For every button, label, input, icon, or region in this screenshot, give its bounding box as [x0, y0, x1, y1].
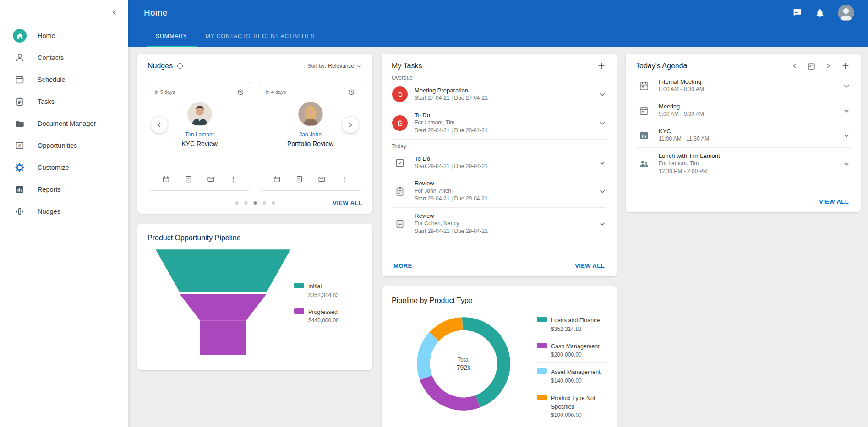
mail-icon[interactable] [318, 175, 326, 183]
chevron-down-icon [842, 107, 851, 115]
legend-value: $200,000.00 [551, 351, 600, 358]
expand-task-button[interactable] [598, 159, 606, 167]
bar-chart-icon [13, 183, 27, 196]
legend-value: $352,314.83 [308, 292, 339, 298]
task-row[interactable]: Review For Cohen, Nancy Start 29-04-21 |… [392, 208, 606, 240]
expand-agenda-button[interactable] [842, 82, 851, 90]
calendar-icon[interactable] [162, 175, 170, 183]
mail-icon[interactable] [207, 175, 215, 183]
agenda-row[interactable]: Internal Meeting 8:00 AM - 8:30 AM [636, 74, 851, 98]
sidebar-item-label: Document Manager [38, 120, 96, 127]
sidebar-item-label: Home [38, 32, 55, 39]
nudge-card[interactable]: In 5 days Tim Lamont KYC Review [148, 82, 251, 191]
agenda-title: Today's Agenda [636, 62, 791, 70]
more-options-icon[interactable] [340, 175, 348, 183]
chat-button[interactable] [792, 8, 802, 18]
agenda-item-title: Lunch with Tim Lamont [659, 152, 836, 160]
expand-agenda-button[interactable] [842, 107, 851, 115]
tab-bar: SUMMARY MY CONTACTS' RECENT ACTIVITIES [128, 25, 868, 47]
agenda-row[interactable]: Meeting 9:00 AM - 9:30 AM [636, 98, 851, 123]
contact-name-link[interactable]: Tim Lamont [185, 131, 214, 138]
carousel-prev-button[interactable] [151, 117, 168, 133]
expand-task-button[interactable] [598, 220, 606, 228]
expand-task-button[interactable] [598, 90, 606, 98]
people-icon [639, 158, 650, 169]
sidebar-item-contacts[interactable]: Contacts [0, 47, 128, 69]
carousel-dot[interactable] [262, 201, 266, 205]
pipeline-funnel-card: Product Opportunity Pipeline Initial [137, 224, 372, 370]
history-icon[interactable] [347, 88, 355, 96]
sidebar-item-label: Reports [38, 186, 61, 193]
user-avatar[interactable] [838, 5, 854, 21]
legend-name: Product Type Not Specified [551, 395, 595, 410]
donut-chart: Total 792k [411, 311, 516, 416]
task-row[interactable]: Review For John, Allen Start 29-04-21 | … [392, 175, 606, 208]
person-icon [13, 51, 27, 65]
history-icon[interactable] [236, 88, 245, 96]
expand-agenda-button[interactable] [842, 131, 851, 140]
sidebar-nav: Home Contacts Schedule Tasks [0, 25, 128, 222]
sidebar-collapse-button[interactable] [110, 8, 119, 17]
sidebar-item-reports[interactable]: Reports [0, 178, 128, 200]
donut-legend: Loans and Finance $352,314.83 Cash Manag… [537, 311, 606, 423]
legend-value: $352,314.83 [551, 326, 600, 332]
task-row[interactable]: To Do Start 29-04-21 | Due 29-04-21 [392, 151, 606, 175]
donut-card-title: Pipeline by Product Type [392, 297, 473, 304]
calendar-icon [13, 73, 27, 86]
sidebar-item-schedule[interactable]: Schedule [0, 69, 128, 91]
carousel-dot[interactable] [253, 201, 257, 205]
agenda-next-day-button[interactable] [824, 62, 832, 70]
sidebar-item-document-manager[interactable]: Document Manager [0, 113, 128, 135]
agenda-prev-day-button[interactable] [791, 62, 799, 70]
agenda-view-all-link[interactable]: VIEW ALL [819, 198, 849, 205]
contact-name-link[interactable]: Jan John [299, 131, 322, 138]
sidebar-item-nudges[interactable]: Nudges [0, 200, 128, 222]
main-area: Home SUMMARY MY CONTACTS' RECENT ACTIVIT… [128, 0, 868, 427]
tab-summary[interactable]: SUMMARY [147, 25, 197, 47]
legend-entry: Progressed $440,000.00 [294, 308, 362, 324]
task-dates: Start 28-04-21 | Due 28-04-21 [415, 127, 592, 135]
legend-value: $140,000.00 [551, 378, 601, 384]
app-header: Home SUMMARY MY CONTACTS' RECENT ACTIVIT… [128, 0, 868, 47]
tab-recent-activities[interactable]: MY CONTACTS' RECENT ACTIVITIES [197, 25, 324, 47]
tasks-section-label: Overdue [392, 75, 606, 81]
agenda-row[interactable]: Lunch with Tim Lamont For Lamont, Tim 12… [636, 148, 851, 180]
carousel-dot[interactable] [244, 201, 247, 205]
sidebar-item-customize[interactable]: Customize [0, 157, 128, 178]
note-icon[interactable] [185, 175, 192, 183]
add-event-button[interactable] [841, 61, 851, 71]
calendar-icon[interactable] [273, 175, 281, 183]
agenda-item-time: 9:00 AM - 9:30 AM [659, 110, 836, 118]
sidebar-item-opportunities[interactable]: $ Opportunities [0, 135, 128, 157]
agenda-item-time: 12:30 PM - 2:00 PM [659, 168, 836, 175]
nudge-due-label: In 4 days [266, 89, 286, 95]
carousel-dot[interactable] [272, 201, 275, 205]
expand-agenda-button[interactable] [842, 160, 851, 168]
info-icon[interactable] [176, 62, 184, 70]
chevron-down-icon [598, 90, 606, 98]
app-root: Home Contacts Schedule Tasks [0, 0, 868, 427]
task-row[interactable]: Meeting Preparation Start 27-04-21 | Due… [392, 82, 606, 107]
carousel-dot[interactable] [235, 201, 238, 205]
nudge-card[interactable]: In 4 days Jan John Portfolio Review [259, 82, 362, 191]
add-task-button[interactable] [596, 61, 606, 71]
sidebar-item-home[interactable]: Home [0, 25, 128, 47]
agenda-row[interactable]: KYC 11:00 AM - 11:30 AM [636, 123, 851, 148]
tasks-view-all-link[interactable]: VIEW ALL [575, 262, 605, 269]
sort-by-dropdown[interactable]: Sort by: Relevance [307, 63, 362, 69]
sidebar: Home Contacts Schedule Tasks [0, 0, 128, 427]
task-row[interactable]: To Do For Lamont, Tim Start 28-04-21 | D… [392, 107, 606, 140]
carousel-next-button[interactable] [342, 117, 359, 133]
tasks-more-link[interactable]: MORE [393, 262, 412, 269]
agenda-calendar-button[interactable] [807, 62, 816, 70]
notifications-button[interactable] [815, 8, 825, 18]
sidebar-item-tasks[interactable]: Tasks [0, 91, 128, 113]
note-icon[interactable] [295, 175, 303, 183]
nudges-view-all-link[interactable]: VIEW ALL [333, 200, 362, 206]
legend-name: Loans and Finance [551, 317, 600, 324]
more-options-icon[interactable] [229, 175, 237, 183]
expand-task-button[interactable] [598, 119, 606, 127]
svg-text:$: $ [18, 143, 21, 148]
review-icon [394, 186, 405, 197]
expand-task-button[interactable] [598, 187, 606, 195]
